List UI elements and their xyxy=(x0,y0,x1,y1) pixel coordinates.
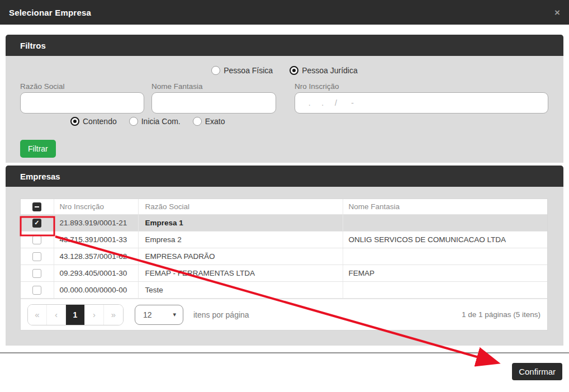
row-checkbox[interactable] xyxy=(32,269,41,278)
row-checkbox[interactable] xyxy=(32,252,41,261)
modal-content: Filtros Pessoa Física Pessoa Jurídica Ra… xyxy=(0,25,569,346)
cell-nro-inscricao: 21.893.919/0001-21 xyxy=(54,215,138,232)
radio-unselected-icon xyxy=(193,117,202,126)
filter-fields-row: Razão Social Contendo Inicia Com. xyxy=(20,82,549,126)
radio-pessoa-fisica[interactable]: Pessoa Física xyxy=(211,66,273,75)
page-size-value: 12 xyxy=(143,310,152,319)
razao-social-input[interactable] xyxy=(20,92,144,114)
radio-label: Exato xyxy=(205,117,225,126)
table-row[interactable]: 43.715.391/0001-33 Empresa 2 ONLIG SERVI… xyxy=(21,232,547,248)
nro-inscricao-field-group: Nro Inscrição xyxy=(295,82,549,114)
page-size-dropdown[interactable]: 12 ▾ xyxy=(135,305,183,325)
radio-label: Pessoa Física xyxy=(224,66,273,75)
radio-contendo[interactable]: Contendo xyxy=(70,117,117,126)
cell-razao-social: Empresa 1 xyxy=(138,215,343,232)
radio-unselected-icon xyxy=(129,117,138,126)
cell-nome-fantasia xyxy=(343,215,547,232)
caret-down-icon: ▾ xyxy=(173,311,176,318)
radio-pessoa-juridica[interactable]: Pessoa Jurídica xyxy=(290,66,358,75)
cell-nome-fantasia: FEMAP xyxy=(343,265,547,282)
razao-social-field-group: Razão Social Contendo Inicia Com. xyxy=(20,82,144,126)
table-row[interactable]: 09.293.405/0001-30 FEMAP - FERRAMENTAS L… xyxy=(21,265,547,282)
cell-razao-social: Teste xyxy=(138,282,343,299)
companies-panel: Empresas Nro Inscrição Razão Social Nome… xyxy=(6,166,563,346)
cell-nro-inscricao: 43.128.357/0001-62 xyxy=(54,248,138,265)
radio-selected-icon xyxy=(70,117,79,126)
filters-panel-body: Pessoa Física Pessoa Jurídica Razão Soci… xyxy=(6,56,563,163)
nome-fantasia-input[interactable] xyxy=(151,92,276,114)
pager-page-1-button[interactable]: 1 xyxy=(66,305,85,325)
pager-nav-group: « ‹ 1 › » xyxy=(27,304,124,325)
nro-inscricao-input[interactable] xyxy=(295,92,548,114)
table-row[interactable]: 00.000.000/0000-00 Teste xyxy=(21,282,547,299)
cell-razao-social: EMPRESA PADRÃO xyxy=(138,248,343,265)
cell-nome-fantasia xyxy=(343,248,547,265)
row-checkbox[interactable] xyxy=(32,235,41,244)
companies-panel-header: Empresas xyxy=(6,166,563,187)
column-header-nome-fantasia: Nome Fantasia xyxy=(343,199,547,215)
select-all-checkbox[interactable] xyxy=(32,202,41,211)
nome-fantasia-label: Nome Fantasia xyxy=(151,82,276,91)
close-icon[interactable]: × xyxy=(554,8,560,17)
pager-last-button[interactable]: » xyxy=(104,305,123,325)
row-checkbox-checked[interactable] xyxy=(32,219,41,228)
companies-panel-body: Nro Inscrição Razão Social Nome Fantasia… xyxy=(6,187,563,346)
cell-razao-social: FEMAP - FERRAMENTAS LTDA xyxy=(138,265,343,282)
pager-next-button[interactable]: › xyxy=(85,305,104,325)
radio-unselected-icon xyxy=(211,66,220,75)
pager-summary: 1 de 1 páginas (5 itens) xyxy=(462,310,540,319)
companies-table: Nro Inscrição Razão Social Nome Fantasia… xyxy=(21,199,547,299)
match-mode-radio-group: Contendo Inicia Com. Exato xyxy=(70,117,144,126)
items-per-page-label: itens por página xyxy=(193,310,249,319)
radio-inicia-com[interactable]: Inicia Com. xyxy=(129,117,181,126)
column-header-razao-social: Razão Social xyxy=(138,199,343,215)
pager-prev-button[interactable]: ‹ xyxy=(47,305,66,325)
razao-social-label: Razão Social xyxy=(20,82,144,91)
cell-razao-social: Empresa 2 xyxy=(138,232,343,248)
table-row[interactable]: 21.893.919/0001-21 Empresa 1 xyxy=(21,215,547,232)
filters-panel: Filtros Pessoa Física Pessoa Jurídica Ra… xyxy=(6,35,563,163)
modal-title: Selecionar Empresa xyxy=(9,8,91,17)
cell-nro-inscricao: 43.715.391/0001-33 xyxy=(54,232,138,248)
nro-inscricao-label: Nro Inscrição xyxy=(295,82,549,91)
pager: « ‹ 1 › » 12 ▾ itens por página 1 de 1 p… xyxy=(21,299,547,330)
cell-nro-inscricao: 00.000.000/0000-00 xyxy=(54,282,138,299)
filtrar-button[interactable]: Filtrar xyxy=(20,140,56,158)
cell-nome-fantasia: ONLIG SERVICOS DE COMUNICACAO LTDA xyxy=(343,232,547,248)
table-row[interactable]: 43.128.357/0001-62 EMPRESA PADRÃO xyxy=(21,248,547,265)
companies-grid: Nro Inscrição Razão Social Nome Fantasia… xyxy=(20,199,548,330)
row-checkbox[interactable] xyxy=(32,286,41,295)
confirmar-button[interactable]: Confirmar xyxy=(512,363,562,380)
pager-first-button[interactable]: « xyxy=(28,305,47,325)
radio-label: Pessoa Jurídica xyxy=(302,66,358,75)
filters-panel-header: Filtros xyxy=(6,35,563,56)
person-type-radio-group: Pessoa Física Pessoa Jurídica xyxy=(20,66,549,75)
modal-titlebar: Selecionar Empresa × xyxy=(0,0,569,25)
table-header-row: Nro Inscrição Razão Social Nome Fantasia xyxy=(21,199,547,215)
footer: Confirmar xyxy=(0,353,569,380)
radio-selected-icon xyxy=(290,66,298,75)
cell-nro-inscricao: 09.293.405/0001-30 xyxy=(54,265,138,282)
radio-label: Inicia Com. xyxy=(141,117,181,126)
nome-fantasia-field-group: Nome Fantasia xyxy=(151,82,276,114)
radio-exato[interactable]: Exato xyxy=(193,117,225,126)
column-header-nro-inscricao: Nro Inscrição xyxy=(54,199,138,215)
radio-label: Contendo xyxy=(83,117,117,126)
cell-nome-fantasia xyxy=(343,282,547,299)
